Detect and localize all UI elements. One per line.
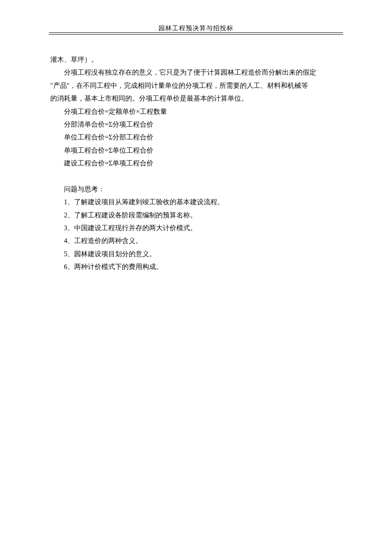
formula-line: 分项工程合价=定额单价×工程数量 bbox=[50, 105, 344, 118]
question-item: 5、园林建设项目划分的意义。 bbox=[50, 248, 344, 260]
formula-line: 建设工程合价=Σ单项工程合价 bbox=[50, 157, 344, 170]
paragraph-line: 分项工程没有独立存在的意义，它只是为了便于计算园林工程造价而分解出来的假定 bbox=[50, 66, 344, 79]
paragraph-line: "产品"，在不同工程中，完成相同计量单位的分项工程，所需要的人工、材料和机械等 bbox=[50, 79, 344, 92]
question-item: 4、工程造价的两种含义。 bbox=[50, 234, 344, 247]
question-item: 6、两种计价模式下的费用构成。 bbox=[50, 260, 344, 273]
formula-line: 分部清单合价=Σ分项工程合价 bbox=[50, 118, 344, 131]
paragraph-line: 的消耗量，基本上市相同的。分项工程单价是最基本的计算单位。 bbox=[50, 92, 344, 105]
header-rule-top bbox=[49, 32, 343, 33]
formula-line: 单位工程合价=Σ分部工程合价 bbox=[50, 131, 344, 144]
header-title: 园林工程预决算与招投标 bbox=[159, 25, 233, 32]
question-item: 1、了解建设项目从筹建到竣工验收的基本建设流程。 bbox=[50, 196, 344, 208]
body-line-continuation: 灌木、草坪）。 bbox=[50, 53, 344, 66]
questions-heading: 问题与思考： bbox=[50, 183, 344, 196]
formula-line: 单项工程合价=Σ单位工程合价 bbox=[50, 144, 344, 157]
document-content: 灌木、草坪）。 分项工程没有独立存在的意义，它只是为了便于计算园林工程造价而分解… bbox=[50, 53, 344, 274]
header-rule-bottom bbox=[49, 34, 343, 35]
blank-line bbox=[50, 170, 344, 183]
question-item: 2、了解工程建设各阶段需编制的预算名称。 bbox=[50, 209, 344, 222]
question-item: 3、中国建设工程现行并存的两大计价模式。 bbox=[50, 222, 344, 234]
